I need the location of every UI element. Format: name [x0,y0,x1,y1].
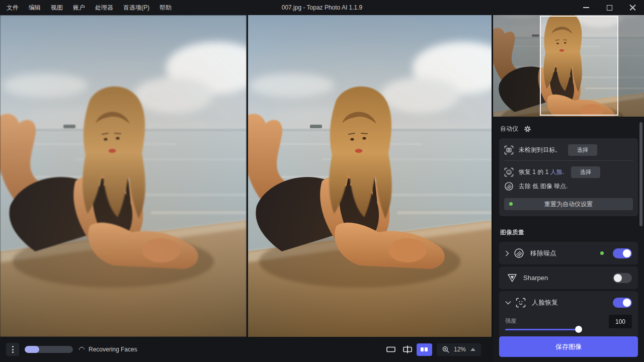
face-recovery-icon [516,298,526,308]
sharpen-label: Sharpen [523,274,548,282]
face-count-link[interactable]: 人脸 [550,168,562,175]
menu-account[interactable]: 账户 [68,0,90,15]
window-title: 007.jpg - Topaz Photo AI 1.1.9 [282,4,363,11]
denoise-auto-dot [600,251,604,255]
viewport-rectangle[interactable] [540,16,618,116]
app-window: 文件 编辑 视图 账户 处理器 首选项(P) 帮助 007.jpg - Topa… [0,0,644,362]
menu-help[interactable]: 帮助 [154,0,177,15]
maximize-icon [607,5,612,11]
after-image-pane[interactable] [247,15,492,337]
window-controls [575,0,644,15]
zoom-magnifier-icon [442,346,449,353]
face-status-text: 恢复 1 的 1 人脸. [519,168,564,176]
sharpen-toggle[interactable] [613,273,632,283]
menu-preferences[interactable]: 首选项(P) [118,0,154,15]
side-by-side-view-icon [420,347,428,352]
progress-bar [25,346,73,353]
divider [504,160,633,161]
status-bar: Recovering Faces [0,337,493,362]
overflow-menu-button[interactable] [6,343,19,356]
zoom-control[interactable]: 12% [437,343,481,356]
face-detect-icon [504,167,514,177]
noise-icon [504,182,514,191]
split-view-button[interactable] [400,343,416,356]
split-view-icon [403,345,412,353]
image-quality-header: 图像质量 [500,228,637,237]
menu-file[interactable]: 文件 [2,0,24,15]
strength-slider-knob[interactable] [575,326,582,333]
before-image-pane[interactable] [0,15,247,337]
single-view-icon [386,346,395,352]
save-image-button[interactable]: 保存图像 [499,336,638,357]
sharpen-icon [507,274,517,283]
right-sidebar: 自动仪 [493,15,644,362]
spinner-icon [78,345,86,353]
face-recovery-label: 人脸恢复 [532,298,558,307]
single-view-button[interactable] [383,343,399,356]
menu-bar: 文件 编辑 视图 账户 处理器 首选项(P) 帮助 [0,0,177,15]
autopilot-status-dot [509,202,513,206]
denoise-toggle[interactable] [613,248,632,258]
denoise-card[interactable]: 移除噪点 [499,242,638,264]
minimize-icon [583,7,589,8]
face-select-button[interactable]: 选择 [571,166,600,178]
chevron-right-icon[interactable] [505,250,509,256]
navigation-thumbnail[interactable] [493,15,644,117]
comparison-canvas [0,15,493,337]
menu-processor[interactable]: 处理器 [90,0,118,15]
subject-detect-icon [504,145,514,155]
zoom-dropdown-arrow-icon [470,348,475,351]
menu-edit[interactable]: 编辑 [24,0,46,15]
strength-slider[interactable] [505,326,581,333]
sharpen-card[interactable]: Sharpen [499,266,638,289]
gear-icon[interactable] [524,125,531,133]
reset-autopilot-button[interactable]: 重置为自动仪设置 [504,198,633,210]
noise-status-text: 去除 低 图像 噪点. [519,182,568,191]
progress-fill [25,346,39,353]
autopilot-panel: 未检测到目标。 选择 恢复 1 的 1 [499,138,638,216]
progress-status-text: Recovering Faces [89,346,137,353]
strength-label: 强度 [505,315,609,325]
maximize-button[interactable] [598,0,621,15]
chevron-down-icon[interactable] [505,301,511,305]
face-recovery-toggle[interactable] [613,298,632,308]
subject-select-button[interactable]: 选择 [568,144,597,156]
autopilot-title: 自动仪 [500,125,518,133]
side-by-side-view-button[interactable] [417,343,432,356]
close-button[interactable] [621,0,644,15]
strength-value-box[interactable]: 100 [609,315,632,328]
denoise-icon [514,248,524,258]
sidebar-content: 自动仪 [493,117,644,362]
titlebar: 文件 编辑 视图 账户 处理器 首选项(P) 帮助 007.jpg - Topa… [0,0,644,15]
minimize-button[interactable] [575,0,598,15]
menu-view[interactable]: 视图 [46,0,68,15]
sidebar-scrollbar[interactable] [639,122,642,226]
close-icon [629,5,636,11]
denoise-label: 移除噪点 [530,249,556,258]
zoom-level-value: 12% [454,346,466,353]
subject-status-text: 未检测到目标。 [519,146,561,154]
